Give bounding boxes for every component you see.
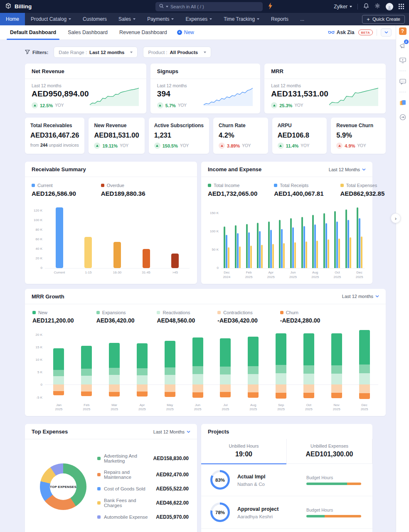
stacked-bar[interactable] [53, 330, 64, 401]
bar-total-expenses[interactable] [272, 244, 274, 268]
bar-total-receipts[interactable] [226, 235, 227, 268]
ask-zia-button[interactable]: Ask Zia [328, 30, 355, 35]
settings-icon[interactable] [399, 113, 407, 121]
bar-total-income[interactable] [257, 223, 259, 268]
bar-total-receipts[interactable] [292, 227, 294, 268]
bar-total-income[interactable] [334, 211, 336, 268]
lightning-icon[interactable] [268, 2, 273, 11]
bar-total-expenses[interactable] [361, 236, 362, 268]
nav-item-sales[interactable]: Sales [113, 13, 141, 25]
bar-total-income[interactable] [224, 227, 225, 268]
stacked-bar[interactable] [331, 330, 342, 401]
bar-total-expenses[interactable] [338, 239, 340, 268]
bar-total-expenses[interactable] [306, 241, 307, 268]
search-input[interactable]: Search in All ( / ) [155, 2, 263, 11]
bar->45[interactable] [171, 254, 179, 268]
bar-total-expenses[interactable] [316, 241, 318, 268]
bar-total-income[interactable] [246, 224, 248, 268]
bar-total-receipts[interactable] [248, 232, 250, 268]
product-select[interactable]: Product : All Products [143, 47, 211, 58]
nav-item-payments[interactable]: Payments [141, 13, 180, 25]
notifications-bell-icon[interactable] [363, 3, 369, 10]
bar-total-income[interactable] [279, 220, 281, 268]
search-scope-caret-icon[interactable] [166, 6, 168, 7]
bar-total-expenses[interactable] [283, 243, 285, 268]
apps-icon[interactable] [399, 99, 407, 107]
bar-total-income[interactable] [268, 222, 270, 268]
new-dashboard-button[interactable]: + New [173, 30, 198, 35]
nav-item-time-tracking[interactable]: Time Tracking [218, 13, 265, 25]
income-expense-chart[interactable]: 050 K100 K150 K Dec2024Feb2025Apr2025Jun… [201, 200, 372, 284]
brand[interactable]: Billing [5, 2, 32, 10]
bar-total-receipts[interactable] [336, 222, 338, 268]
bar-total-receipts[interactable] [325, 223, 327, 268]
bar-total-receipts[interactable] [270, 230, 272, 268]
nav-item-customers[interactable]: Customers [77, 13, 113, 25]
bar-total-expenses[interactable] [261, 245, 263, 268]
projects-tab-unbilled-hours[interactable]: Unbilled Hours19:00 [201, 439, 286, 464]
bar-total-receipts[interactable] [303, 226, 305, 268]
bar-total-income[interactable] [345, 209, 347, 268]
bar-total-income[interactable] [301, 217, 303, 268]
bar-total-receipts[interactable] [259, 231, 261, 268]
stacked-bar[interactable] [359, 330, 370, 401]
nav-item-product-catalog[interactable]: Product Catalog [25, 13, 77, 25]
bar-total-receipts[interactable] [314, 224, 316, 268]
bar-1-15[interactable] [84, 237, 92, 268]
bar-total-receipts[interactable] [359, 218, 360, 268]
receivable-chart[interactable]: 020 K40 K60 K80 K100 K120 K Current1-151… [25, 200, 197, 279]
projects-tab-unbilled-expenses[interactable]: Unbilled ExpensesAED101,300.00 [286, 439, 372, 464]
bar-total-receipts[interactable] [347, 220, 349, 268]
tab-sales-dashboard[interactable]: Sales Dashboard [62, 25, 113, 40]
legend-item: Contradictions-AED36,420.00 [217, 310, 258, 324]
mrr-range-select[interactable]: Last 12 months [342, 294, 379, 299]
top-expenses-range-select[interactable]: Last 12 Months [153, 429, 190, 434]
help-icon[interactable]: ? [399, 27, 407, 35]
org-switcher[interactable]: Zylker [334, 4, 352, 10]
bar-total-expenses[interactable] [239, 246, 241, 268]
collapse-tabs-button[interactable] [381, 28, 392, 37]
stacked-bar[interactable] [303, 330, 314, 401]
bar-total-income[interactable] [290, 218, 292, 268]
date-range-select[interactable]: Date Range : Last 12 months [54, 47, 138, 58]
income-expense-range-select[interactable]: Last 12 Months [329, 167, 366, 172]
apps-grid-icon[interactable] [399, 4, 404, 9]
stacked-bar[interactable] [109, 330, 120, 401]
tab-default-dashboard[interactable]: Default Dashboard [4, 25, 62, 40]
bar-total-expenses[interactable] [250, 246, 252, 268]
mrr-growth-chart[interactable]: 20 K15 K10 K5 K0-5 K Jan2025Feb2025Mar20… [25, 325, 386, 416]
bar-31-45[interactable] [143, 249, 150, 268]
bar-total-income[interactable] [312, 215, 314, 268]
nav-item--[interactable]: ... [294, 13, 310, 25]
nav-item-reports[interactable]: Reports [265, 13, 294, 25]
bar-total-receipts[interactable] [281, 229, 283, 268]
bar-16-30[interactable] [113, 242, 121, 268]
bar-total-expenses[interactable] [350, 237, 351, 268]
bar-total-expenses[interactable] [294, 242, 296, 268]
chat-icon[interactable] [399, 77, 407, 86]
bar-current[interactable] [56, 207, 63, 268]
video-icon[interactable] [399, 56, 407, 64]
bar-total-expenses[interactable] [328, 239, 329, 268]
stacked-bar[interactable] [165, 330, 175, 401]
expand-panel-button[interactable]: › [391, 213, 401, 223]
nav-item-home[interactable]: Home [0, 13, 25, 25]
bar-total-receipts[interactable] [237, 233, 239, 268]
stacked-bar[interactable] [248, 330, 259, 401]
tab-revenue-dashboard[interactable]: Revenue Dashboard [113, 25, 173, 40]
bar-total-income[interactable] [323, 213, 325, 268]
stacked-bar[interactable] [220, 330, 231, 401]
bar-total-expenses[interactable] [228, 247, 229, 268]
quick-create-button[interactable]: + Quick Create [362, 15, 405, 24]
user-avatar[interactable] [386, 3, 393, 10]
stacked-bar[interactable] [137, 330, 148, 401]
bar-total-income[interactable] [235, 225, 237, 268]
top-expenses-donut-chart[interactable]: TOP EXPENSES [40, 463, 86, 510]
settings-gear-icon[interactable] [375, 3, 380, 10]
bar-total-income[interactable] [357, 207, 358, 268]
stacked-bar[interactable] [81, 330, 92, 401]
feedback-icon[interactable]: 2 [399, 42, 407, 50]
stacked-bar[interactable] [192, 330, 203, 401]
stacked-bar[interactable] [276, 330, 286, 401]
nav-item-expenses[interactable]: Expenses [180, 13, 218, 25]
